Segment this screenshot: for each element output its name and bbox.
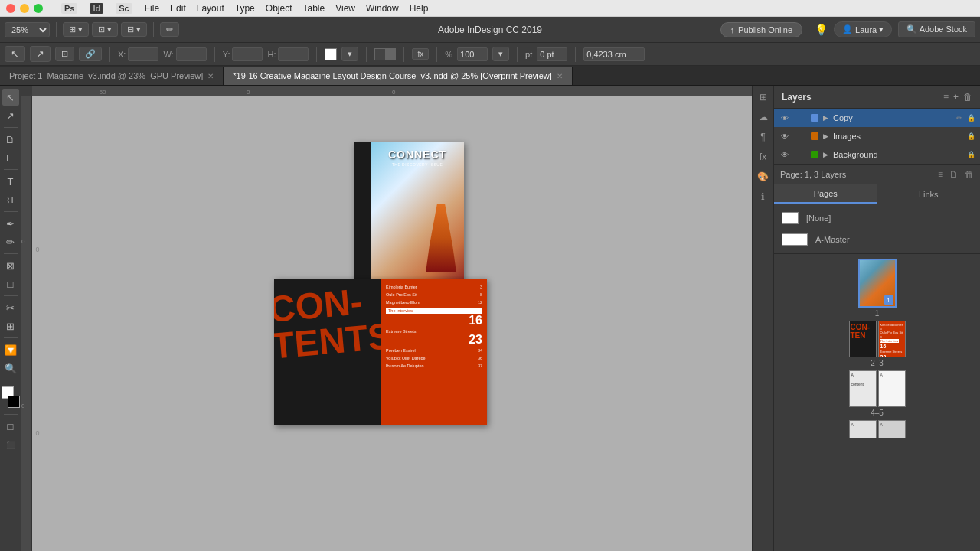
layer-copy[interactable]: 👁 ▶ Copy ✏ 🔒 (774, 109, 980, 127)
pages-new-icon[interactable]: 🗋 (949, 169, 959, 180)
view-mode-btn1[interactable]: ⊞▾ (63, 22, 89, 37)
x-input[interactable] (128, 47, 158, 61)
tab-1[interactable]: Project 1–Magazine–v3.indd @ 23% [GPU Pr… (0, 67, 224, 85)
free-transform-tool[interactable]: ⊞ (2, 318, 19, 334)
effects-btn[interactable]: fx (412, 48, 429, 60)
layer-background-visibility[interactable]: 👁 (779, 148, 791, 161)
pt-input[interactable] (537, 47, 567, 61)
stock-btn[interactable]: 🔍 Adobe Stock (898, 21, 975, 37)
publish-online-btn[interactable]: ↑ Publish Online (720, 22, 802, 37)
layer-images-visibility[interactable]: 👁 (779, 130, 791, 142)
preflight-btn[interactable]: ✏ (160, 22, 179, 37)
maximize-btn[interactable] (34, 4, 43, 13)
h-input[interactable] (278, 47, 309, 61)
view-mode-btn2[interactable]: ⊡▾ (92, 22, 118, 37)
layer-images-lock[interactable] (795, 131, 806, 142)
interview-label: The Interview (386, 308, 482, 314)
opacity-input[interactable] (457, 47, 488, 61)
w-input[interactable] (176, 47, 207, 61)
transform-ref-btn[interactable]: ⊡ (55, 47, 74, 61)
zoom-tool[interactable]: 🔍 (2, 360, 19, 377)
window-controls[interactable] (6, 4, 43, 13)
menu-type[interactable]: Type (235, 3, 255, 14)
selection-tool[interactable]: ↖ (2, 89, 19, 106)
pencil-tool[interactable]: ✏ (2, 233, 19, 250)
opacity-arrow-btn[interactable]: ▾ (492, 47, 509, 61)
layer-background[interactable]: 👁 ▶ Background 🔒 (774, 145, 980, 164)
pages-delete-icon[interactable]: 🗑 (965, 169, 974, 180)
tab-2-close[interactable]: ✕ (557, 72, 563, 80)
menu-help[interactable]: Help (410, 3, 429, 14)
tab-links[interactable]: Links (877, 184, 981, 204)
eyedropper-tool[interactable]: 🔽 (2, 341, 19, 358)
minimize-btn[interactable] (20, 4, 29, 13)
page-tool[interactable]: 🗋 (2, 131, 19, 148)
page-thumb-3[interactable]: Kimoleria Bunter 3Oulo Pro Eos Sit 8The … (878, 321, 906, 357)
page-thumb-1[interactable]: 1 (858, 259, 897, 308)
layer-copy-arrow[interactable]: ▶ (823, 114, 828, 122)
page-thumb-6[interactable]: A (849, 420, 877, 438)
menu-view[interactable]: View (335, 3, 355, 14)
size-input[interactable] (583, 47, 645, 61)
layer-copy-edit[interactable]: ✏ (956, 114, 962, 122)
gap-tool[interactable]: ⊢ (2, 149, 19, 166)
user-btn[interactable]: 👤 Laura▾ (834, 21, 892, 37)
select-tool[interactable]: ↖ (5, 46, 25, 62)
properties-btn[interactable]: ⊞ (755, 89, 772, 106)
preview-btn[interactable]: ⬛ (2, 436, 19, 453)
layer-copy-visibility[interactable]: 👁 (779, 112, 791, 124)
page-thumb-2[interactable]: CON-TEN (849, 321, 877, 357)
panel-delete-icon[interactable]: 🗑 (963, 92, 972, 103)
tab-1-close[interactable]: ✕ (207, 72, 214, 80)
tab-1-label: Project 1–Magazine–v3.indd @ 23% [GPU Pr… (9, 71, 203, 80)
rectangle-frame-tool[interactable]: ⊠ (2, 257, 19, 274)
menu-table[interactable]: Table (302, 3, 325, 14)
y-input[interactable] (232, 47, 263, 61)
type-path-tool[interactable]: ⌇T (2, 191, 19, 208)
rectangle-tool[interactable]: □ (2, 276, 19, 292)
master-none[interactable]: [None] (774, 207, 980, 229)
lightbulb-icon[interactable]: 💡 (815, 24, 828, 36)
pen-tool[interactable]: ✒ (2, 215, 19, 232)
menu-window[interactable]: Window (366, 3, 399, 14)
info-btn[interactable]: ℹ (755, 188, 772, 205)
layer-images-arrow[interactable]: ▶ (823, 132, 828, 140)
menu-object[interactable]: Object (266, 3, 292, 14)
text-wrap-btn[interactable]: ¶ (755, 129, 772, 145)
page-thumb-7[interactable]: A (878, 420, 906, 438)
normal-view-btn[interactable]: □ (2, 418, 19, 435)
panel-new-icon[interactable]: + (953, 92, 959, 103)
menu-items: File Edit Layout Type Object Table View … (145, 3, 429, 14)
type-tool[interactable]: T (2, 173, 19, 190)
tab-pages[interactable]: Pages (774, 184, 877, 204)
layer-images[interactable]: 👁 ▶ Images 🔒 (774, 127, 980, 145)
panel-list-icon[interactable]: ≡ (943, 92, 949, 103)
background-swatch[interactable] (8, 396, 20, 408)
tab-2[interactable]: *19-16 Creative Magazine Layout Design C… (224, 67, 573, 85)
master-a[interactable]: A-Master (774, 229, 980, 250)
zoom-select[interactable]: 25%50%100% (5, 22, 50, 37)
swatches-btn[interactable]: 🎨 (755, 168, 772, 185)
direct-select-tool[interactable]: ↗ (30, 46, 51, 62)
stroke-swatch[interactable] (374, 48, 396, 60)
lock-aspect-btn[interactable]: 🔗 (79, 47, 102, 61)
page-thumb-5[interactable]: A (878, 370, 906, 407)
page-thumb-4[interactable]: Acontent (849, 370, 877, 407)
view-mode-btn3[interactable]: ⊟▾ (121, 22, 147, 37)
menu-edit[interactable]: Edit (170, 3, 186, 14)
cc-libraries-btn[interactable]: ☁ (755, 109, 772, 126)
fill-color-swatch[interactable] (325, 48, 337, 60)
stroke-arrow-btn[interactable]: ▾ (341, 47, 358, 61)
right-icons: 💡 👤 Laura▾ 🔍 Adobe Stock (815, 21, 975, 37)
canvas-area[interactable]: CONNECT THE DISCOVERY ISSUE CON-TENTS (32, 96, 752, 551)
menu-file[interactable]: File (145, 3, 159, 14)
scissors-tool[interactable]: ✂ (2, 299, 19, 316)
pages-menu-icon[interactable]: ≡ (938, 169, 943, 180)
effects-panel-btn[interactable]: fx (755, 148, 772, 165)
menu-layout[interactable]: Layout (197, 3, 224, 14)
direct-selection-tool[interactable]: ↗ (2, 107, 19, 124)
layer-copy-lock[interactable] (795, 112, 806, 123)
layer-background-lock[interactable] (795, 149, 806, 160)
close-btn[interactable] (6, 4, 15, 13)
layer-background-arrow[interactable]: ▶ (823, 151, 828, 158)
